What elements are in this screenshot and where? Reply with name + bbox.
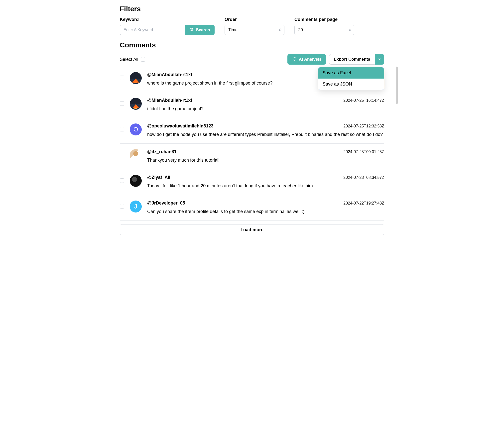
comment-username: @opeoluwaoluwatimilehin8123 bbox=[147, 123, 214, 129]
comments-heading: Comments bbox=[120, 41, 384, 49]
sparkles-icon bbox=[292, 56, 297, 63]
comment-row: O@opeoluwaoluwatimilehin81232024-07-25T1… bbox=[120, 118, 384, 144]
avatar bbox=[130, 98, 142, 110]
order-select[interactable]: Time bbox=[225, 25, 284, 35]
comment-username: @itz_rohan31 bbox=[147, 149, 177, 154]
comment-body: @JrDeveloper_052024-07-22T19:27:43ZCan y… bbox=[147, 201, 384, 215]
search-button[interactable]: Search bbox=[185, 25, 215, 35]
comment-text: how do I get the node you use there are … bbox=[147, 131, 384, 138]
comment-checkbox[interactable] bbox=[120, 101, 124, 106]
load-more-button[interactable]: Load more bbox=[120, 224, 384, 235]
comment-username: @MianAbdullah-rt1xl bbox=[147, 98, 192, 103]
select-all-control[interactable]: Select All bbox=[120, 57, 145, 62]
comment-row: @MianAbdullah-rt1xl2024-07-25T16:14:47Zi… bbox=[120, 92, 384, 118]
comment-text: i fidnt find the game project? bbox=[147, 106, 384, 112]
per-page-select[interactable]: 20 bbox=[294, 25, 354, 35]
per-page-select-value: 20 bbox=[294, 25, 354, 35]
select-all-label: Select All bbox=[120, 57, 138, 62]
filter-row: Keyword Search Order Time bbox=[120, 17, 384, 35]
search-icon bbox=[189, 27, 194, 33]
comment-username: @MianAbdullah-rt1xl bbox=[147, 72, 192, 77]
comment-timestamp: 2024-07-23T08:34:57Z bbox=[343, 175, 384, 180]
comment-body: @MianAbdullah-rt1xl2024-07-25T16:14:47Zi… bbox=[147, 98, 384, 112]
comment-row: @MianAbdullah-rt1xlwhere is the game pro… bbox=[120, 67, 384, 92]
svg-point-2 bbox=[191, 29, 192, 30]
comment-checkbox[interactable] bbox=[120, 76, 124, 80]
comment-username: @Ziyaf_Ali bbox=[147, 175, 170, 180]
comments-list: @MianAbdullah-rt1xlwhere is the game pro… bbox=[120, 67, 384, 221]
chevron-down-icon bbox=[378, 57, 381, 62]
avatar: J bbox=[130, 201, 142, 213]
export-comments-button[interactable]: Export Comments bbox=[329, 54, 375, 65]
comment-timestamp: 2024-07-25T16:14:47Z bbox=[343, 98, 384, 103]
comment-row: J@JrDeveloper_052024-07-22T19:27:43ZCan … bbox=[120, 195, 384, 221]
comment-body: @opeoluwaoluwatimilehin81232024-07-25T12… bbox=[147, 123, 384, 138]
avatar bbox=[130, 175, 142, 187]
svg-point-0 bbox=[190, 28, 193, 31]
comment-timestamp: 2024-07-25T00:01:25Z bbox=[343, 150, 384, 154]
order-select-value: Time bbox=[225, 25, 284, 35]
filters-heading: Filters bbox=[120, 5, 384, 13]
svg-line-1 bbox=[193, 30, 193, 31]
avatar: O bbox=[130, 123, 142, 135]
per-page-label: Comments per page bbox=[294, 17, 354, 22]
comment-text: Thankyou very much for this tutorial! bbox=[147, 157, 384, 164]
avatar bbox=[130, 149, 142, 161]
comment-text: Today i felt like 1 hour and 20 minutes … bbox=[147, 183, 384, 189]
comment-checkbox[interactable] bbox=[120, 178, 124, 183]
keyword-label: Keyword bbox=[120, 17, 215, 22]
comment-checkbox[interactable] bbox=[120, 153, 124, 157]
select-all-checkbox[interactable] bbox=[141, 57, 145, 62]
order-label: Order bbox=[225, 17, 284, 22]
scrollbar[interactable] bbox=[396, 67, 398, 104]
avatar bbox=[130, 72, 142, 84]
comment-body: @itz_rohan312024-07-25T00:01:25ZThankyou… bbox=[147, 149, 384, 164]
comment-timestamp: 2024-07-25T12:32:53Z bbox=[343, 124, 384, 128]
comment-checkbox[interactable] bbox=[120, 204, 124, 209]
comment-checkbox[interactable] bbox=[120, 127, 124, 131]
keyword-input[interactable] bbox=[120, 25, 185, 35]
comment-timestamp: 2024-07-22T19:27:43Z bbox=[343, 201, 384, 206]
comment-row: @Ziyaf_Ali2024-07-23T08:34:57ZToday i fe… bbox=[120, 169, 384, 195]
export-dropdown-toggle[interactable] bbox=[375, 54, 384, 65]
ai-analysis-label: AI Analysis bbox=[299, 57, 322, 62]
ai-analysis-button[interactable]: AI Analysis bbox=[287, 54, 326, 65]
comment-text: where is the game project shown in the f… bbox=[147, 80, 384, 87]
comment-text: Can you share the itrem profile details … bbox=[147, 208, 384, 215]
comment-body: @MianAbdullah-rt1xlwhere is the game pro… bbox=[147, 72, 384, 87]
search-button-label: Search bbox=[196, 27, 210, 32]
comment-row: @itz_rohan312024-07-25T00:01:25ZThankyou… bbox=[120, 144, 384, 169]
comment-body: @Ziyaf_Ali2024-07-23T08:34:57ZToday i fe… bbox=[147, 175, 384, 189]
comment-username: @JrDeveloper_05 bbox=[147, 201, 185, 206]
